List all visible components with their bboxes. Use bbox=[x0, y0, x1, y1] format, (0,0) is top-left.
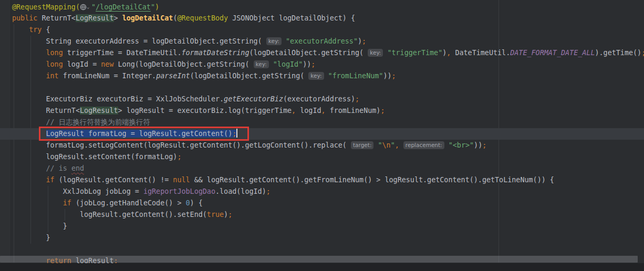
code-token: XxlJobLog jobLog = bbox=[12, 187, 143, 195]
code-token bbox=[12, 60, 46, 68]
code-token: ; bbox=[228, 211, 232, 218]
code-line[interactable]: XxlJobLog jobLog = igReportJobLogDao.loa… bbox=[0, 186, 644, 197]
code-line[interactable]: if (logResult.getContent() != null && lo… bbox=[0, 174, 644, 186]
horizontal-scrollbar[interactable] bbox=[0, 256, 638, 263]
code-token: fromLineNum) bbox=[326, 107, 381, 114]
code-token: triggerTime = DateTimeUtil. bbox=[63, 49, 182, 57]
code-token: null bbox=[173, 176, 190, 184]
code-token: } bbox=[12, 234, 50, 242]
code-token bbox=[12, 26, 29, 34]
code-token: // 日志换行符替换为前端换行符 bbox=[12, 118, 150, 126]
code-token: "logId" bbox=[273, 60, 303, 68]
parameter-hint-inlay: key: bbox=[308, 72, 324, 80]
code-token: formatDateString bbox=[181, 49, 249, 57]
code-token: true bbox=[207, 211, 224, 218]
code-token: String executorAddress = logDetailObject… bbox=[12, 37, 266, 45]
code-token bbox=[12, 130, 46, 138]
code-token: )) bbox=[383, 72, 391, 80]
code-token: (logResult.getContent() != bbox=[55, 176, 173, 184]
code-editor[interactable]: @RequestMapping(⌄"/logDetailCat")public … bbox=[0, 0, 644, 271]
code-token: ) { bbox=[190, 199, 203, 207]
code-token: logId bbox=[296, 107, 321, 114]
code-token: @RequestBody bbox=[177, 14, 232, 22]
code-line[interactable]: ExecutorBiz executorBiz = XxlJobSchedule… bbox=[0, 93, 644, 105]
code-line[interactable] bbox=[0, 244, 644, 255]
code-token: new bbox=[101, 60, 113, 68]
code-line[interactable] bbox=[0, 82, 644, 93]
code-token: formatLog.setLogContent(logResult.getCon… bbox=[12, 141, 351, 149]
code-line[interactable]: public ReturnT<LogResult> logDetailCat(@… bbox=[0, 13, 644, 24]
code-token: logDetailCat bbox=[122, 14, 173, 22]
code-token: public bbox=[12, 14, 41, 22]
code-token: (jobLog.getHandleCode() > bbox=[71, 199, 186, 207]
code-token: logId = bbox=[63, 60, 101, 68]
code-line[interactable]: } bbox=[0, 232, 644, 244]
code-token: ; bbox=[392, 72, 396, 80]
code-token: DATE_FORMAT_DATE_ALL bbox=[510, 49, 595, 57]
code-token: "<br>" bbox=[449, 141, 474, 149]
code-line[interactable]: LogResult formatLog = logResult.getConte… bbox=[0, 128, 644, 140]
code-line[interactable]: logResult.getContent().setEnd(true); bbox=[0, 209, 644, 221]
code-token: ; bbox=[380, 107, 385, 114]
code-token: // is bbox=[12, 164, 71, 172]
code-token: ; bbox=[362, 37, 366, 45]
code-token: (executorAddress) bbox=[283, 95, 355, 103]
chevron-down-icon[interactable]: ⌄ bbox=[87, 1, 91, 13]
code-line[interactable]: // is end bbox=[0, 163, 644, 174]
code-token: ).getTime() bbox=[595, 49, 642, 57]
code-token: .load(logId) bbox=[215, 187, 266, 195]
code-line[interactable]: if (jobLog.getHandleCode() > 0) { bbox=[0, 197, 644, 209]
code-line[interactable]: } bbox=[0, 221, 644, 232]
code-token: } bbox=[12, 222, 67, 230]
code-area[interactable]: @RequestMapping(⌄"/logDetailCat")public … bbox=[0, 1, 644, 267]
code-line[interactable]: long triggerTime = DateTimeUtil.formatDa… bbox=[0, 47, 644, 59]
code-line[interactable]: try { bbox=[0, 24, 644, 36]
code-token: int bbox=[46, 72, 59, 80]
code-line[interactable]: // 日志换行符替换为前端换行符 bbox=[0, 117, 644, 128]
code-token bbox=[12, 199, 63, 207]
code-token: ; bbox=[177, 153, 181, 161]
text-cursor bbox=[236, 129, 237, 138]
code-token: DateTimeUtil. bbox=[451, 49, 510, 57]
code-token: JSONObject logDetailObject) { bbox=[232, 14, 355, 22]
code-line[interactable]: String executorAddress = logDetailObject… bbox=[0, 36, 644, 47]
code-token: logResult.getContent().setEnd( bbox=[12, 211, 207, 218]
code-token: ; bbox=[355, 95, 359, 103]
code-token bbox=[324, 72, 328, 80]
code-line[interactable]: int fromLineNum = Integer.parseInt(logDe… bbox=[0, 70, 644, 82]
code-token: @RequestMapping( bbox=[12, 3, 80, 11]
code-token: "fromLineNum" bbox=[328, 72, 383, 80]
code-token: ; bbox=[266, 187, 271, 195]
code-token: getExecutorBiz bbox=[224, 95, 283, 103]
code-token: LogResult formatLog = logResult.getConte… bbox=[46, 130, 233, 138]
code-token: logResult.setContent(formatLog) bbox=[12, 153, 177, 161]
code-token: ExecutorBiz executorBiz = XxlJobSchedule… bbox=[12, 95, 224, 103]
code-line[interactable]: logResult.setContent(formatLog); bbox=[0, 151, 644, 163]
code-token: , bbox=[395, 141, 399, 149]
code-token: ) bbox=[224, 211, 228, 218]
code-token: ReturnT< bbox=[41, 14, 76, 22]
editor-bottom-edge bbox=[0, 263, 644, 271]
code-token bbox=[282, 37, 286, 45]
code-token: end bbox=[71, 164, 84, 172]
code-token: , bbox=[292, 107, 296, 114]
code-token: > logResult = executorBiz.log(triggerTim… bbox=[118, 107, 292, 114]
parameter-hint-inlay: key: bbox=[368, 49, 383, 57]
code-token: /logDetailCat bbox=[96, 3, 151, 11]
code-token: long bbox=[46, 49, 63, 57]
code-token: " bbox=[378, 141, 382, 149]
code-token: " bbox=[391, 141, 395, 149]
code-token: " bbox=[91, 3, 96, 11]
code-token: ; bbox=[482, 141, 486, 149]
code-token: ; bbox=[232, 130, 236, 138]
code-token: if bbox=[63, 199, 71, 207]
code-line[interactable]: @RequestMapping(⌄"/logDetailCat") bbox=[0, 1, 644, 13]
code-token bbox=[269, 60, 273, 68]
code-token: try bbox=[29, 26, 41, 34]
code-token: "triggerTime" bbox=[387, 49, 442, 57]
code-token bbox=[444, 141, 449, 149]
code-line[interactable]: long logId = new Long(logDetailObject.ge… bbox=[0, 59, 644, 70]
parameter-hint-inlay: key: bbox=[254, 60, 269, 68]
code-line[interactable]: ReturnT<LogResult> logResult = executorB… bbox=[0, 105, 644, 117]
code-line[interactable]: formatLog.setLogContent(logResult.getCon… bbox=[0, 140, 644, 151]
